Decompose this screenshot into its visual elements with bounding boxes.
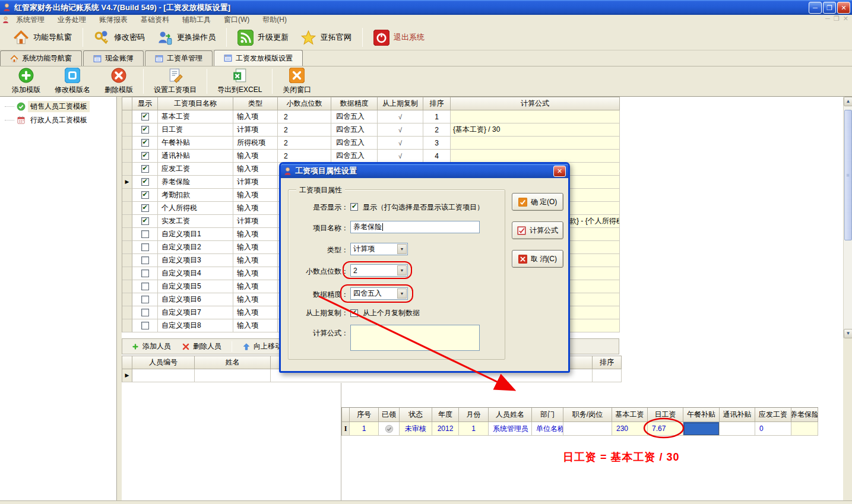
row-selector[interactable]: ▶ [122, 176, 132, 189]
payroll-cell[interactable]: 1 [459, 422, 489, 436]
item-name-cell[interactable]: 基本工资 [158, 110, 233, 123]
show-cell[interactable] [132, 189, 158, 202]
show-cell[interactable] [132, 110, 158, 123]
show-checkbox[interactable] [141, 204, 149, 212]
precision-cell[interactable]: 四舍五入 [331, 123, 378, 137]
copy-checkbox[interactable] [350, 309, 358, 317]
show-cell[interactable] [132, 163, 158, 176]
scroll-up-icon[interactable]: ▲ [844, 97, 852, 106]
item-type-cell[interactable]: 计算项 [233, 123, 278, 137]
item-type-cell[interactable]: 输入项 [233, 306, 278, 319]
text-cursor-indicator[interactable]: I [342, 422, 350, 436]
template-toolbar-button-0[interactable]: 添加模版 [5, 66, 47, 96]
copy-cell[interactable]: √ [378, 110, 423, 123]
payroll-column-header[interactable]: 月份 [459, 408, 489, 422]
row-selector[interactable] [122, 319, 132, 332]
toolbar-button-4[interactable]: 亚拓官网 [294, 27, 357, 48]
formula-textarea[interactable] [350, 325, 480, 351]
show-cell[interactable] [132, 150, 158, 163]
items-column-header[interactable]: 工资项目名称 [158, 97, 233, 110]
show-cell[interactable] [132, 267, 158, 280]
sort-cell[interactable]: 4 [423, 150, 451, 163]
sort-cell[interactable]: 1 [423, 110, 451, 123]
show-checkbox[interactable] [141, 165, 149, 173]
payroll-column-header[interactable]: 部门 [532, 408, 563, 422]
show-cell[interactable] [132, 293, 158, 306]
item-type-cell[interactable]: 计算项 [233, 176, 278, 189]
tab-3[interactable]: 工资发放模版设置 [214, 50, 303, 66]
menu-item-6[interactable]: 帮助(H) [256, 15, 293, 25]
title-bar[interactable]: 红管家财务出纳记账系统 V4.7(Build 549) - [工资发放模版设置]… [0, 0, 852, 15]
item-type-cell[interactable]: 输入项 [233, 241, 278, 254]
payroll-cell[interactable] [379, 422, 400, 436]
menu-item-2[interactable]: 账簿报表 [93, 15, 134, 25]
decimals-cell[interactable]: 2 [278, 150, 331, 163]
scroll-down-icon[interactable]: ▼ [844, 329, 852, 338]
show-checkbox[interactable] [141, 113, 149, 121]
payroll-cell[interactable]: 0 [755, 422, 791, 436]
chevron-down-icon[interactable]: ▼ [397, 244, 407, 254]
item-type-cell[interactable]: 输入项 [233, 267, 278, 280]
payroll-cell[interactable]: 7.67 [648, 422, 683, 436]
item-name-cell[interactable]: 通讯补贴 [158, 150, 233, 163]
row-selector[interactable] [122, 254, 132, 267]
show-checkbox[interactable] [141, 178, 149, 186]
show-cell[interactable] [132, 241, 158, 254]
formula-cell[interactable] [451, 137, 620, 150]
row-selector[interactable] [122, 202, 132, 215]
row-selector[interactable] [122, 137, 132, 150]
show-checkbox[interactable] [141, 283, 149, 290]
item-name-cell[interactable]: 自定义项目3 [158, 254, 233, 267]
show-checkbox[interactable] [141, 217, 149, 225]
toolbar-button-1[interactable]: 修改密码 [88, 27, 151, 48]
item-name-cell[interactable]: 自定义项目5 [158, 280, 233, 293]
menu-item-1[interactable]: 业务处理 [51, 15, 93, 25]
person-cell[interactable] [132, 369, 195, 382]
item-type-cell[interactable]: 输入项 [233, 254, 278, 267]
item-type-cell[interactable]: 计算项 [233, 215, 278, 228]
item-name-cell[interactable]: 午餐补贴 [158, 137, 233, 150]
sort-cell[interactable]: 2 [423, 123, 451, 137]
item-name-cell[interactable]: 考勤扣款 [158, 189, 233, 202]
formula-cell[interactable] [451, 150, 620, 163]
show-checkbox[interactable] [141, 309, 149, 316]
item-name-cell[interactable]: 自定义项目1 [158, 228, 233, 241]
show-cell[interactable] [132, 280, 158, 293]
row-selector[interactable] [122, 215, 132, 228]
items-column-header[interactable]: 排序 [423, 97, 451, 110]
item-name-cell[interactable]: 自定义项目2 [158, 241, 233, 254]
payroll-cell[interactable]: 230 [612, 422, 648, 436]
show-checkbox[interactable] [141, 191, 149, 199]
copy-cell[interactable]: √ [378, 123, 423, 137]
items-column-header[interactable]: 从上期复制 [378, 97, 423, 110]
payroll-column-header[interactable]: 序号 [350, 408, 379, 422]
tab-1[interactable]: 现金账簿 [83, 50, 144, 66]
template-toolbar-button-1[interactable]: 修改模版名 [47, 66, 97, 96]
payroll-column-header[interactable]: 年度 [432, 408, 459, 422]
restore-button[interactable]: ❐ [823, 2, 836, 14]
person-cell[interactable] [195, 369, 271, 382]
item-name-cell[interactable]: 自定义项目4 [158, 267, 233, 280]
template-toolbar-button-4[interactable]: 导出到EXCEL [210, 66, 269, 96]
toolbar-button-2[interactable]: 更换操作员 [151, 27, 221, 48]
row-selector[interactable] [122, 163, 132, 176]
payroll-cell[interactable]: 1 [350, 422, 379, 436]
show-checkbox[interactable] [141, 139, 149, 147]
minimize-button[interactable]: ─ [809, 2, 822, 14]
item-name-cell[interactable]: 个人所得税 [158, 202, 233, 215]
row-selector[interactable] [122, 267, 132, 280]
payroll-column-header[interactable]: 应发工资 [755, 408, 791, 422]
toolbar-button-3[interactable]: 升级更新 [232, 27, 294, 48]
copy-cell[interactable]: √ [378, 150, 423, 163]
item-name-cell[interactable]: 应发工资 [158, 163, 233, 176]
item-type-cell[interactable]: 输入项 [233, 293, 278, 306]
item-type-cell[interactable]: 输入项 [233, 150, 278, 163]
dialog-close-icon[interactable]: ✕ [553, 166, 566, 177]
person-toolbar-button-1[interactable]: 删除人员 [176, 340, 227, 353]
show-cell[interactable] [132, 123, 158, 137]
toolbar-button-5[interactable]: 退出系统 [368, 27, 430, 48]
item-type-cell[interactable]: 输入项 [233, 163, 278, 176]
items-column-header[interactable]: 数据精度 [331, 97, 378, 110]
copy-cell[interactable]: √ [378, 137, 423, 150]
item-name-input[interactable]: 养老保险 [350, 221, 480, 233]
